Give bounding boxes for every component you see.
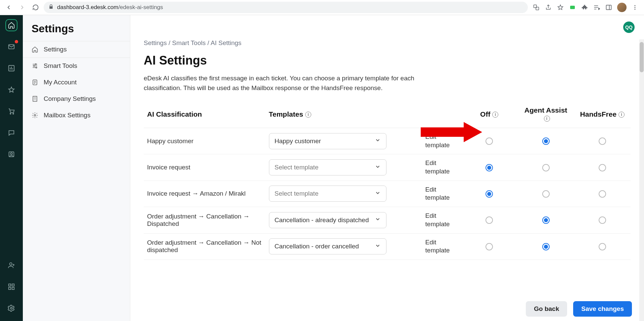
table-row: Order adjustment → Cancellation → Dispat…: [144, 207, 631, 233]
chrome-menu-icon[interactable]: [631, 4, 639, 11]
go-back-button[interactable]: Go back: [526, 301, 567, 317]
sidebar-item-label: Mailbox Settings: [44, 112, 90, 119]
svg-point-5: [635, 7, 636, 8]
radio-handsfree[interactable]: [599, 216, 606, 224]
notification-dot: [15, 40, 18, 43]
sidebar-item-company-settings[interactable]: Company Settings: [23, 91, 130, 107]
info-icon[interactable]: i: [492, 112, 498, 118]
scroll-thumb[interactable]: [640, 42, 644, 72]
rail-chat-icon[interactable]: [5, 127, 17, 139]
svg-point-12: [10, 153, 12, 155]
footer-bar: Go back Save changes: [130, 297, 641, 321]
chrome-actions: [531, 3, 641, 12]
back-button[interactable]: [3, 2, 14, 13]
star-icon[interactable]: [557, 4, 564, 11]
sidebar-item-smart-tools[interactable]: Smart Tools: [23, 58, 130, 74]
browser-toolbar: dashboard-3.edesk.com/edesk-ai-settings: [0, 0, 644, 15]
reload-button[interactable]: [30, 2, 41, 13]
radio-off[interactable]: [486, 190, 493, 198]
sidebar-item-label: My Account: [44, 79, 77, 86]
table-row: Invoice requestSelect templateEdit templ…: [144, 154, 631, 180]
info-icon[interactable]: i: [544, 116, 550, 122]
profile-avatar[interactable]: [617, 3, 627, 12]
user-avatar-badge[interactable]: QQ: [623, 22, 635, 33]
template-select[interactable]: Happy customer: [269, 133, 386, 149]
info-icon[interactable]: i: [305, 112, 311, 118]
template-value: Cancellation - already dispatched: [275, 216, 369, 224]
th-handsfree: HandsFreei: [574, 102, 631, 128]
th-agent-assist: Agent Assisti: [517, 102, 574, 128]
save-changes-button[interactable]: Save changes: [573, 301, 632, 317]
rail-settings-icon[interactable]: [5, 302, 17, 314]
template-select[interactable]: Cancellation - order cancelled: [269, 238, 386, 254]
rail-star-icon[interactable]: [5, 84, 17, 96]
radio-agent-assist[interactable]: [542, 216, 550, 224]
lock-icon: [48, 4, 54, 11]
svg-point-13: [10, 263, 12, 265]
rail-add-user-icon[interactable]: [5, 259, 17, 271]
th-classification: AI Classification: [144, 102, 266, 128]
sidebar-item-mailbox-settings[interactable]: Mailbox Settings: [23, 107, 130, 124]
share-icon[interactable]: [545, 4, 552, 11]
rail-cart-icon[interactable]: [5, 105, 17, 117]
sidebar-item-label: Settings: [44, 46, 67, 53]
translate-icon[interactable]: [533, 4, 540, 11]
radio-agent-assist[interactable]: [542, 243, 550, 250]
radio-handsfree[interactable]: [599, 243, 606, 250]
svg-point-21: [36, 67, 37, 68]
cell-classification: Invoice request: [144, 154, 266, 180]
page-title: AI Settings: [144, 53, 631, 68]
cell-classification: Happy customer: [144, 128, 266, 154]
app-rail: [0, 15, 23, 321]
forward-button[interactable]: [17, 2, 28, 13]
radio-agent-assist[interactable]: [542, 190, 550, 198]
page-description: eDesk AI classifies the first message in…: [144, 74, 419, 93]
radio-off[interactable]: [486, 137, 493, 145]
rail-home-icon[interactable]: [5, 19, 17, 31]
url-text: dashboard-3.edesk.com/edesk-ai-settings: [57, 4, 163, 11]
info-icon[interactable]: i: [618, 112, 625, 118]
radio-handsfree[interactable]: [599, 137, 606, 145]
building-icon: [32, 95, 38, 102]
id-icon: [32, 79, 38, 86]
classification-table: AI Classification Templatesi Offi Agent …: [144, 102, 631, 260]
rail-apps-icon[interactable]: [5, 281, 17, 293]
rail-contact-icon[interactable]: [5, 148, 17, 160]
sidebar-item-label: Company Settings: [44, 95, 96, 103]
scrollbar[interactable]: [639, 39, 644, 321]
sidebar-item-my-account[interactable]: My Account: [23, 74, 130, 91]
svg-rect-16: [9, 287, 11, 289]
playlist-icon[interactable]: [593, 4, 600, 11]
radio-agent-assist[interactable]: [542, 137, 550, 145]
svg-rect-2: [606, 5, 611, 9]
rail-chart-icon[interactable]: [5, 62, 17, 74]
radio-agent-assist[interactable]: [542, 164, 550, 171]
template-select[interactable]: Select template: [269, 159, 386, 175]
svg-point-6: [635, 9, 636, 10]
edit-template-link[interactable]: Edit template: [425, 159, 450, 175]
template-value: Cancellation - order cancelled: [275, 243, 359, 250]
template-select[interactable]: Cancellation - already dispatched: [269, 212, 386, 228]
svg-point-10: [13, 113, 14, 114]
radio-off[interactable]: [486, 164, 493, 171]
edit-template-link[interactable]: Edit template: [425, 239, 450, 254]
extensions-icon[interactable]: [581, 4, 588, 11]
radio-off[interactable]: [486, 243, 493, 250]
sidebar-item-settings[interactable]: Settings: [23, 41, 130, 58]
template-value: Happy customer: [275, 137, 321, 145]
template-select[interactable]: Select template: [269, 186, 386, 202]
panel-icon[interactable]: [605, 4, 612, 11]
th-off: Offi: [461, 102, 517, 128]
radio-handsfree[interactable]: [599, 190, 606, 198]
svg-rect-15: [12, 284, 14, 286]
radio-off[interactable]: [486, 216, 493, 224]
svg-rect-14: [9, 284, 11, 286]
rail-mail-icon[interactable]: [5, 41, 17, 53]
radio-handsfree[interactable]: [599, 164, 606, 171]
edit-template-link[interactable]: Edit template: [425, 186, 450, 201]
edit-template-link[interactable]: Edit template: [425, 212, 450, 228]
edit-template-link[interactable]: Edit template: [425, 133, 450, 149]
address-bar[interactable]: dashboard-3.edesk.com/edesk-ai-settings: [44, 2, 528, 13]
breadcrumb[interactable]: Settings / Smart Tools / AI Settings: [144, 39, 631, 47]
camera-ext-icon[interactable]: [569, 4, 576, 11]
